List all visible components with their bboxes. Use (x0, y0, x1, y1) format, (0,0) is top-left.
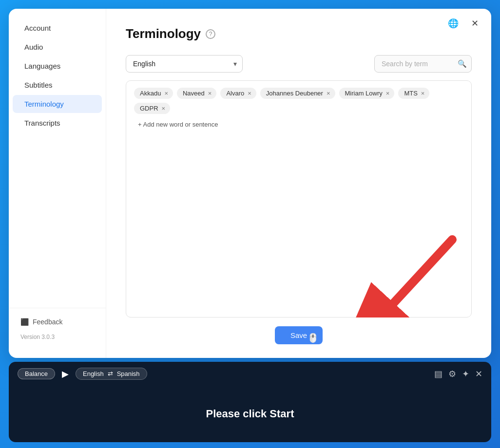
swap-icon: ⇄ (108, 370, 113, 377)
main-content: Terminology ? English Spanish French Ger… (106, 9, 491, 358)
play-button[interactable]: ▶ (62, 369, 69, 379)
sidebar-item-subtitles[interactable]: Subtitles (13, 76, 102, 94)
tag-remove-icon[interactable]: × (162, 105, 166, 112)
search-input[interactable] (374, 55, 472, 73)
tag-item: GDPR× (134, 103, 170, 114)
tag-remove-icon[interactable]: × (386, 90, 390, 96)
lang-from: English (83, 370, 104, 377)
tag-item: Alvaro× (220, 88, 256, 99)
tag-label: Naveed (183, 90, 205, 97)
star-icon[interactable]: ✦ (462, 369, 469, 379)
tag-label: Johannes Deubener (266, 90, 323, 97)
tag-remove-icon[interactable]: × (327, 90, 330, 96)
lang-switch[interactable]: English ⇄ Spanish (76, 368, 147, 380)
globe-button[interactable]: 🌐 (445, 16, 461, 31)
feedback-icon: ⬛ (20, 318, 29, 326)
tag-label: MTS (404, 90, 417, 97)
sidebar-footer: ⬛ Feedback Version 3.0.3 (9, 308, 106, 348)
tag-remove-icon[interactable]: × (248, 90, 251, 96)
tag-item: Akkadu× (134, 88, 173, 99)
lang-to: Spanish (117, 370, 140, 377)
tag-label: Akkadu (140, 90, 161, 97)
tag-remove-icon[interactable]: × (421, 90, 425, 96)
sidebar-item-transcripts[interactable]: Transcripts (13, 114, 102, 132)
language-select[interactable]: English Spanish French German (126, 55, 243, 73)
save-row: Save 🖱️ (126, 317, 472, 344)
sidebar: Account Audio Languages Subtitles Termin… (9, 9, 106, 358)
player-bar: Balance ▶ English ⇄ Spanish ▤ ⚙ ✦ ✕ Plea… (9, 362, 491, 442)
tag-label: GDPR (140, 105, 158, 112)
tag-remove-icon[interactable]: × (164, 90, 168, 96)
tag-item: Johannes Deubener× (260, 88, 335, 99)
sidebar-item-terminology[interactable]: Terminology (13, 95, 102, 113)
version-label: Version 3.0.3 (9, 331, 106, 343)
controls-row: English Spanish French German 🔍 (126, 55, 472, 73)
tags-area: Akkadu×Naveed×Alvaro×Johannes Deubener×M… (126, 80, 472, 317)
page-title: Terminology (126, 26, 201, 41)
balance-badge[interactable]: Balance (18, 368, 55, 379)
settings-dialog: 🌐 ✕ Account Audio Languages Subtitles Te… (9, 9, 491, 358)
dialog-top-icons: 🌐 ✕ (445, 16, 482, 31)
sidebar-item-languages[interactable]: Languages (13, 57, 102, 75)
tag-remove-icon[interactable]: × (208, 90, 212, 96)
search-icon: 🔍 (458, 59, 467, 68)
settings-icon[interactable]: ⚙ (448, 369, 456, 379)
dialog-inner: Account Audio Languages Subtitles Termin… (9, 9, 491, 358)
tag-item: Miriam Lowry× (339, 88, 395, 99)
close-player-icon[interactable]: ✕ (475, 369, 482, 379)
player-main: Please click Start (9, 386, 491, 442)
tag-item: Naveed× (177, 88, 216, 99)
feedback-button[interactable]: ⬛ Feedback (9, 313, 106, 331)
language-select-wrapper: English Spanish French German (126, 55, 243, 73)
tag-label: Alvaro (226, 90, 244, 97)
page-header: Terminology ? (126, 26, 472, 41)
tags-row: Akkadu×Naveed×Alvaro×Johannes Deubener×M… (134, 88, 463, 114)
help-icon[interactable]: ? (206, 29, 215, 39)
subtitles-icon[interactable]: ▤ (434, 369, 442, 379)
player-top: Balance ▶ English ⇄ Spanish ▤ ⚙ ✦ ✕ (9, 362, 491, 386)
sidebar-item-account[interactable]: Account (13, 19, 102, 37)
tag-label: Miriam Lowry (345, 90, 383, 97)
save-button[interactable]: Save (275, 326, 323, 344)
add-new-button[interactable]: + Add new word or sentence (134, 119, 463, 130)
tag-item: MTS× (398, 88, 429, 99)
player-right-icons: ▤ ⚙ ✦ ✕ (434, 369, 482, 379)
close-button[interactable]: ✕ (467, 16, 482, 31)
search-box: 🔍 (374, 55, 472, 73)
sidebar-item-audio[interactable]: Audio (13, 38, 102, 56)
player-placeholder: Please click Start (206, 408, 294, 420)
